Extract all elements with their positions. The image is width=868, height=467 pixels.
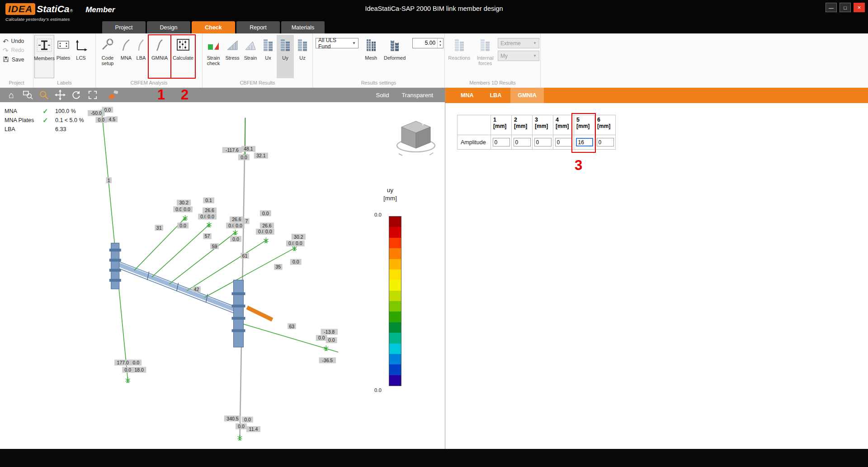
ribbon-group-members-1d: Reactions Internal forces Extreme ▼ My ▼ [445,33,541,88]
redo-icon: ↷ [3,47,9,53]
calculate-button[interactable]: Calculate [171,35,195,78]
mesh-button[interactable]: Mesh [361,35,381,78]
lcs-button[interactable]: LCS [72,35,90,78]
strain-check-button[interactable]: Strain check [203,35,223,78]
reactions-button[interactable]: Reactions [446,35,472,78]
deformed-scale-value: 5.00 [413,38,437,48]
model-canvas[interactable]: 0.0-50.00.04.51-117.648.10.032.130.20.00… [0,102,445,449]
fit-view-icon[interactable] [87,89,99,101]
tab-gmnia[interactable]: GMNIA [510,88,544,103]
tab-check[interactable]: Check [192,21,235,33]
zoom-icon[interactable] [38,89,50,101]
svg-text:26.6: 26.6 [205,208,214,213]
chevron-down-icon: ▼ [529,54,537,58]
brand-tagline: Calculate yesterday's estimates [5,17,115,22]
svg-text:0.0: 0.0 [175,207,182,212]
viewport-3d: ⌂ Solid Transparent 0.0-50.00.04.51-117.… [0,88,445,449]
svg-text:35: 35 [276,264,281,269]
svg-text:0.0: 0.0 [132,360,139,365]
ribbon-group-results-settings: All ULS Fund ▼ Mesh Deformed 5.00 ▲ ▼ [313,33,445,88]
lcs-label: LCS [76,55,85,61]
bottom-bar [0,449,868,467]
members-button[interactable]: Members [34,35,54,78]
undo-button[interactable]: ↶ Undo [3,38,24,44]
deformed-label: Deformed [384,55,406,61]
svg-text:0.0: 0.0 [179,223,186,228]
reactions-icon [453,38,466,53]
internal-forces-button[interactable]: Internal forces [472,35,498,78]
structural-model[interactable]: 0.0-50.00.04.51-117.648.10.032.130.20.00… [0,102,445,449]
deformed-scale-spinner[interactable]: 5.00 ▲ ▼ [412,38,443,48]
tab-lba[interactable]: LBA [482,88,509,103]
minimize-button[interactable]: — [826,3,837,12]
mna-button[interactable]: MNA [118,35,134,78]
redo-button[interactable]: ↷ Redo [3,47,24,53]
extreme-dropdown[interactable]: Extreme ▼ [498,38,539,48]
uy-button[interactable]: Uy [277,35,294,78]
code-setup-icon [100,38,115,53]
svg-text:7: 7 [245,219,248,224]
chevron-down-icon: ▼ [349,41,356,45]
paint-results-icon[interactable] [108,89,119,101]
transparent-toggle[interactable]: Transparent [401,92,433,99]
code-setup-label: Code setup [97,55,118,66]
load-case-dropdown[interactable]: All ULS Fund ▼ [316,38,359,48]
viewport-toolbar: ⌂ Solid Transparent [0,88,445,102]
strain-button[interactable]: Strain [241,35,259,78]
svg-text:0.0: 0.0 [318,335,325,340]
svg-text:4.5: 4.5 [108,117,115,122]
uy-icon [278,38,292,53]
tab-report[interactable]: Report [236,21,280,33]
svg-text:0.0: 0.0 [238,424,245,429]
ribbon: ↶ Undo ↷ Redo Save Project Members [0,33,868,88]
lba-button[interactable]: LBA [134,35,148,78]
gmnia-button[interactable]: GMNIA [148,35,171,78]
navigation-cube[interactable] [394,116,439,163]
deformed-button[interactable]: Deformed [381,35,409,78]
plates-button[interactable]: Plates [54,35,72,78]
status-row: MNA ✓ 100.0 % [5,107,84,116]
rotate-icon[interactable] [71,89,82,101]
annotation-number-3: 3 [575,157,582,174]
tab-mna[interactable]: MNA [453,88,481,103]
status-value: 0.1 < 5.0 % [55,117,84,123]
maximize-button[interactable]: □ [840,3,851,12]
amplitude-input-3[interactable] [534,138,552,146]
amplitude-input-5[interactable] [576,138,593,146]
svg-text:30.2: 30.2 [294,235,303,240]
solid-toggle[interactable]: Solid [376,92,389,99]
spinner-up-icon[interactable]: ▲ [438,39,443,43]
column-header-1: 1[mm] [491,115,512,135]
pan-icon[interactable] [54,89,66,101]
uz-button[interactable]: Uz [294,35,311,78]
amplitude-input-6[interactable] [597,138,614,146]
tab-project[interactable]: Project [102,21,146,33]
tab-materials[interactable]: Materials [281,21,325,33]
save-label: Save [12,57,24,63]
my-dropdown[interactable]: My ▼ [498,51,539,61]
amplitude-input-1[interactable] [493,138,510,146]
svg-text:1: 1 [108,178,110,183]
color-scale-bar [389,216,401,386]
stress-label: Stress [225,55,239,61]
redo-label: Redo [11,47,24,53]
chevron-down-icon: ▼ [529,41,537,45]
code-setup-button[interactable]: Code setup [97,35,118,78]
home-view-icon[interactable]: ⌂ [5,89,17,101]
amplitude-input-4[interactable] [555,138,572,146]
save-button[interactable]: Save [3,56,24,63]
amplitude-input-2[interactable] [514,138,531,146]
ux-button[interactable]: Ux [259,35,277,78]
group-label-results-settings: Results settings [313,79,444,88]
gmnia-icon [155,38,165,53]
close-button[interactable]: × [854,3,865,12]
check-icon: ✓ [42,116,55,124]
check-icon: ✓ [42,107,55,115]
stress-button[interactable]: Stress [223,35,241,78]
spinner-down-icon[interactable]: ▼ [438,43,443,47]
tab-design[interactable]: Design [147,21,190,33]
ux-label: Ux [265,55,271,61]
row-label-amplitude: Amplitude [458,135,491,150]
main-tabbar: Project Design Check Report Materials [102,21,325,33]
zoom-window-icon[interactable] [22,89,33,101]
